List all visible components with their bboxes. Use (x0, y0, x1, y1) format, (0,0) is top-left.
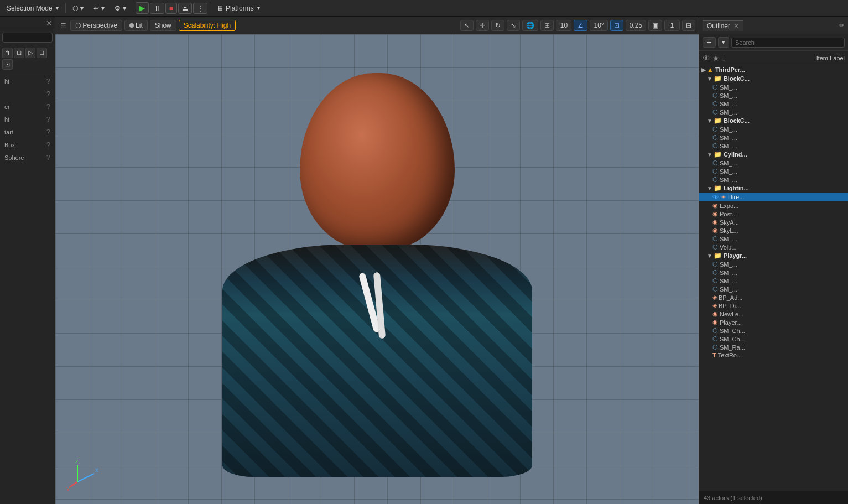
outliner-search-input[interactable] (731, 38, 845, 48)
settings-btn[interactable]: ⚙ ▾ (110, 3, 131, 13)
outliner-tab[interactable]: Outliner ✕ (703, 20, 743, 31)
player-label: Player... (720, 319, 846, 326)
outliner-item-blockc2[interactable]: ▼ 📁 BlockC... (699, 116, 848, 125)
lp-tool-2[interactable]: ⊞ (14, 48, 24, 58)
outliner-item-sm6[interactable]: ⬡ SM_... (699, 133, 848, 142)
outliner-item-textro[interactable]: T TextRo... (699, 351, 848, 359)
outliner-item-skyl[interactable]: ◉ SkyL... (699, 226, 848, 235)
outliner-item-sm11[interactable]: ⬡ SM_... (699, 235, 848, 243)
lp-item-ht2[interactable]: ht ? (0, 113, 55, 126)
outliner-item-directional[interactable]: 👁 ☀ Dire... (699, 193, 848, 201)
outliner-item-sm7[interactable]: ⬡ SM_... (699, 142, 848, 150)
lp-item-2-help[interactable]: ? (46, 90, 50, 98)
outliner-pencil-btn[interactable]: ✏ (839, 22, 845, 29)
outliner-item-skya[interactable]: ◉ SkyA... (699, 218, 848, 226)
play-button[interactable]: ▶ (136, 2, 149, 14)
outliner-item-sm13[interactable]: ⬡ SM_... (699, 268, 848, 277)
viewport-menu-btn[interactable]: ≡ (59, 20, 68, 30)
directional-vis-icon[interactable]: 👁 (712, 193, 719, 201)
lp-item-ht2-help[interactable]: ? (46, 115, 50, 123)
star-col-icon[interactable]: ★ (712, 54, 720, 63)
outliner-filter-btn2[interactable]: ▾ (718, 37, 729, 48)
surface-icon-btn[interactable]: ⊞ (540, 20, 554, 31)
outliner-item-post[interactable]: ◉ Post... (699, 210, 848, 218)
lp-item-box-help[interactable]: ? (46, 141, 50, 149)
outliner-item-thirdper[interactable]: ▶ ▲ ThirdPer... (699, 65, 848, 74)
outliner-item-sm12[interactable]: ⬡ SM_... (699, 260, 848, 268)
left-panel-search-input[interactable] (2, 33, 53, 43)
skyl-light-icon: ◉ (712, 227, 718, 234)
lp-tool-3[interactable]: ▷ (25, 48, 35, 58)
outliner-item-sm3[interactable]: ⬡ SM_... (699, 100, 848, 108)
outliner-item-expo[interactable]: ◉ Expo... (699, 201, 848, 210)
outliner-item-newle[interactable]: ◉ NewLe... (699, 310, 848, 318)
outliner-item-player[interactable]: ◉ Player... (699, 318, 848, 326)
sm10-label: SM_... (720, 176, 846, 183)
newle-icon: ◉ (712, 310, 718, 318)
scale-icon-btn[interactable]: ⤡ (507, 20, 520, 31)
lp-tool-5[interactable]: ⊡ (2, 59, 13, 70)
lp-tool-4[interactable]: ⊟ (37, 48, 47, 58)
outliner-item-smch2[interactable]: ⬡ SM_Ch... (699, 335, 848, 343)
outliner-item-sm10[interactable]: ⬡ SM_... (699, 175, 848, 184)
rotate-icon-btn[interactable]: ↻ (491, 20, 504, 31)
lp-item-light-help[interactable]: ? (46, 77, 50, 85)
viewport-settings-btn[interactable]: ⊟ (682, 20, 695, 31)
stop-button[interactable]: ■ (165, 3, 177, 14)
eye-col-icon[interactable]: 👁 (703, 54, 710, 63)
scale-icon-btn2[interactable]: ⊡ (610, 20, 623, 31)
left-panel-toolbar: ↰ ⊞ ▷ ⊟ ⊡ (0, 45, 55, 72)
outliner-item-lighting[interactable]: ▼ 📁 Lightin... (699, 184, 848, 193)
selection-mode-menu[interactable]: Selection Mode (2, 3, 63, 13)
platforms-menu[interactable]: 🖥 Platforms (212, 3, 264, 13)
history-btn[interactable]: ↩ ▾ (89, 3, 109, 13)
scalability-btn[interactable]: Scalability: High (179, 20, 236, 31)
lp-item-box[interactable]: Box ? (0, 138, 55, 151)
lp-item-2[interactable]: ? (0, 87, 55, 100)
perspective-btn[interactable]: ⬡ Perspective (70, 20, 122, 31)
pause-button[interactable]: ⏸ (150, 3, 164, 14)
viewport-3d[interactable]: X Z Y (55, 34, 699, 504)
screen-icon-btn[interactable]: ▣ (648, 20, 662, 31)
outliner-item-smra[interactable]: ⬡ SM_Ra... (699, 343, 848, 351)
select-icon-btn[interactable]: ↖ (460, 20, 474, 31)
outliner-close-btn[interactable]: ✕ (733, 22, 739, 30)
outliner-item-smch1[interactable]: ⬡ SM_Ch... (699, 326, 848, 335)
outliner-item-sm8[interactable]: ⬡ SM_... (699, 159, 848, 167)
lp-item-start-help[interactable]: ? (46, 128, 50, 136)
outliner-filter-btn[interactable]: ☰ (703, 37, 716, 48)
outliner-item-sm15[interactable]: ⬡ SM_... (699, 285, 848, 293)
playgr-folder-icon: 📁 (714, 252, 722, 259)
left-panel-close-btn[interactable]: ✕ (46, 19, 53, 28)
more-button[interactable]: ⋮ (193, 3, 207, 14)
outliner-item-blockc1[interactable]: ▼ 📁 BlockC... (699, 74, 848, 83)
lp-item-light[interactable]: ht ? (0, 75, 55, 87)
outliner-item-bpad[interactable]: ◈ BP_Ad... (699, 293, 848, 302)
lp-item-start[interactable]: tart ? (0, 126, 55, 138)
outliner-item-sm14[interactable]: ⬡ SM_... (699, 277, 848, 285)
sm1-label: SM_... (720, 84, 846, 91)
axes-indicator: X Z Y (66, 460, 100, 493)
lp-item-er-help[interactable]: ? (46, 102, 50, 111)
outliner-item-sm2[interactable]: ⬡ SM_... (699, 91, 848, 100)
outliner-item-sm1[interactable]: ⬡ SM_... (699, 83, 848, 91)
outliner-item-sm4[interactable]: ⬡ SM_... (699, 108, 848, 116)
lit-btn[interactable]: Lit (124, 20, 148, 31)
arrow-col-icon[interactable]: ↓ (722, 54, 726, 63)
translate-icon-btn[interactable]: ✛ (476, 20, 489, 31)
outliner-item-sm9[interactable]: ⬡ SM_... (699, 167, 848, 175)
outliner-item-bpda[interactable]: ◈ BP_Da... (699, 302, 848, 310)
angle-icon-btn[interactable]: ∠ (574, 20, 587, 31)
lp-item-sphere[interactable]: Sphere ? (0, 151, 55, 164)
outliner-item-sm5[interactable]: ⬡ SM_... (699, 125, 848, 133)
outliner-item-volu[interactable]: ⬡ Volu... (699, 243, 848, 251)
lp-tool-1[interactable]: ↰ (2, 48, 13, 58)
lp-item-er[interactable]: er ? (0, 100, 55, 113)
outliner-item-playgr[interactable]: ▼ 📁 Playgr... (699, 251, 848, 260)
lp-item-sphere-help[interactable]: ? (46, 153, 50, 162)
blueprint-icon-btn[interactable]: ⬡ ▾ (68, 3, 88, 13)
eject-button[interactable]: ⏏ (178, 3, 192, 14)
outliner-item-cylind[interactable]: ▼ 📁 Cylind... (699, 150, 848, 159)
world-icon-btn[interactable]: 🌐 (522, 20, 538, 31)
show-btn[interactable]: Show (150, 20, 176, 31)
